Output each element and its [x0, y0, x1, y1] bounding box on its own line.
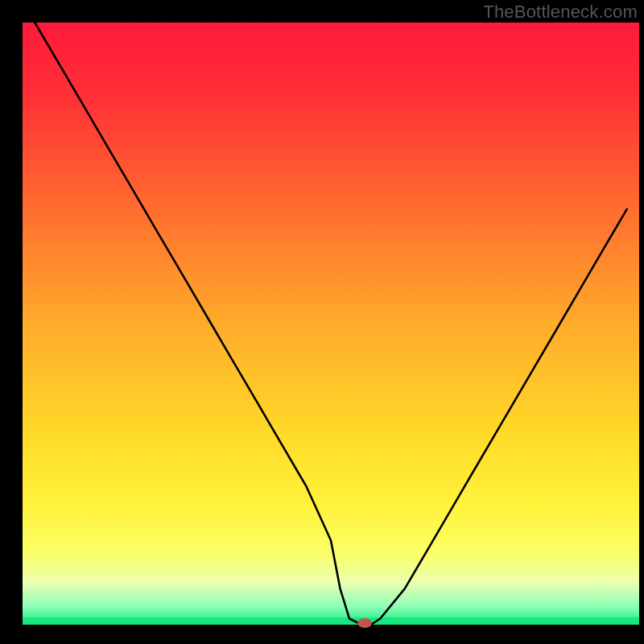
plot-background: [23, 23, 639, 625]
watermark-text: TheBottleneck.com: [483, 2, 638, 23]
green-band: [23, 617, 639, 625]
chart-svg: [0, 0, 644, 644]
bottleneck-chart: TheBottleneck.com: [0, 0, 644, 644]
optimal-point-marker: [357, 618, 372, 628]
